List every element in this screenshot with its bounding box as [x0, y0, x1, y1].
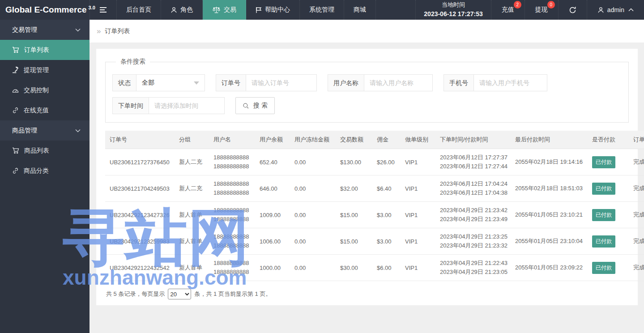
cell-order-status: 完成付款 — [629, 202, 644, 228]
paid-status-badge: 已付款 — [592, 235, 615, 248]
cell-level: VIP1 — [401, 255, 435, 281]
filter-row-1: 状态 全部 订单号 用户名称 手机 — [112, 74, 622, 91]
header-frozen: 用户冻结金额 — [290, 131, 336, 149]
header-balance: 用户余额 — [255, 131, 290, 149]
phone-label: 手机号 — [444, 75, 474, 91]
header-level: 做单级别 — [401, 131, 435, 149]
sidebar-item-withdraw-management[interactable]: 提现管理 — [0, 60, 90, 80]
withdraw-button[interactable]: 提现 0 — [525, 0, 558, 20]
username-filter: 用户名称 — [328, 74, 433, 91]
withdraw-count-badge: 0 — [547, 1, 555, 9]
cell-commission: $26.00 — [372, 149, 401, 175]
chevron-down-icon — [75, 129, 81, 132]
cell-order-no: UB2304292123259983 — [105, 228, 175, 255]
table-row: UB2304292123427326 新人首单 1888888888818888… — [105, 202, 644, 228]
topnav-label: 交易 — [224, 6, 236, 14]
orders-table-wrap: 订单号 分组 用户名 用户余额 用户冻结金额 交易数额 佣金 做单级别 下单时间… — [105, 131, 644, 281]
username-line: 18888888888 — [213, 232, 251, 241]
withdraw-label: 提现 — [535, 6, 548, 14]
sidebar-item-product-category[interactable]: 商品分类 — [0, 161, 90, 181]
cell-is-paid: 已付款 — [588, 175, 629, 202]
link-icon — [12, 107, 19, 114]
time-line: 2023年06月12日 17:04:24 — [440, 179, 506, 188]
sidebar-item-online-recharge[interactable]: 在线充值 — [0, 100, 90, 120]
gauge-icon — [12, 87, 19, 93]
cell-level: VIP1 — [401, 175, 435, 202]
search-button-label: 搜 索 — [253, 102, 268, 110]
local-time: 当地时间 2023-06-12 17:27:53 — [415, 0, 491, 20]
refresh-button[interactable] — [558, 0, 587, 20]
cell-order-pay-time: 2023年06月12日 17:27:372023年06月12日 17:27:44 — [435, 149, 511, 175]
cell-order-no: UB2304292123427326 — [105, 202, 175, 228]
topnav-item-mall[interactable]: 商城 — [344, 0, 376, 20]
cell-last-pay-time: 2055年02月18日 18:51:03 — [511, 175, 588, 202]
user-icon — [597, 7, 604, 13]
search-button[interactable]: 搜 索 — [235, 97, 275, 114]
admin-menu[interactable]: admin — [587, 0, 644, 20]
status-select[interactable]: 全部 — [136, 75, 205, 91]
cell-order-pay-time: 2023年06月12日 17:04:242023年06月12日 17:04:38 — [435, 175, 511, 202]
cell-amount: $30.00 — [336, 255, 372, 281]
order-no-filter: 订单号 — [216, 74, 317, 91]
refresh-icon — [569, 6, 576, 14]
cell-amount: $130.00 — [336, 149, 372, 175]
paid-status-badge: 已付款 — [592, 156, 615, 168]
username-line: 18888888888 — [213, 215, 251, 224]
sidebar-group-label: 交易管理 — [12, 26, 37, 34]
topnav-item-help-center[interactable]: 帮助中心 — [246, 0, 300, 20]
cell-balance: 1009.00 — [255, 202, 290, 228]
sidebar-group-trade-management[interactable]: 交易管理 — [0, 20, 90, 40]
cell-group: 新人首单 — [175, 228, 209, 255]
table-row: UB2306121704249503 新人二充 1888888888818888… — [105, 175, 644, 202]
cell-group: 新人二充 — [175, 175, 209, 202]
header-username: 用户名 — [209, 131, 255, 149]
cell-last-pay-time: 2055年02月18日 19:14:16 — [511, 149, 588, 175]
order-time-input[interactable] — [149, 98, 224, 114]
pagination-suffix: 条，共 1 页当前显示第 1 页。 — [194, 290, 271, 298]
cell-balance: 646.00 — [255, 175, 290, 202]
username-input[interactable] — [364, 75, 432, 91]
username-line: 18888888888 — [213, 188, 251, 197]
header-last-pay-time: 最后付款时间 — [511, 131, 588, 149]
header-is-paid: 是否付款 — [588, 131, 629, 149]
time-line: 2023年06月12日 17:04:38 — [440, 188, 506, 197]
sidebar-item-order-list[interactable]: 订单列表 — [0, 40, 90, 60]
cell-frozen: 0.00 — [290, 228, 336, 255]
flag-icon — [256, 7, 262, 13]
paid-status-badge: 已付款 — [592, 209, 615, 221]
cell-group: 新人二充 — [175, 149, 209, 175]
user-icon — [171, 7, 177, 13]
topnav-item-roles[interactable]: 角色 — [161, 0, 203, 20]
gavel-icon — [12, 67, 19, 73]
topnav-item-home[interactable]: 后台首页 — [117, 0, 161, 20]
local-time-label: 当地时间 — [424, 1, 483, 9]
sidebar-item-product-list[interactable]: 商品列表 — [0, 141, 90, 161]
sidebar-item-trade-control[interactable]: 交易控制 — [0, 80, 90, 100]
topbar-right: 当地时间 2023-06-12 17:27:53 充值 2 提现 0 admin — [415, 0, 644, 20]
cell-balance: 1006.00 — [255, 228, 290, 255]
status-selected-value: 全部 — [142, 79, 154, 87]
phone-input[interactable] — [474, 75, 547, 91]
topnav-item-trade[interactable]: 交易 — [203, 0, 246, 20]
app-version: 3.0 — [89, 5, 95, 10]
recharge-button[interactable]: 充值 2 — [491, 0, 525, 20]
order-no-input[interactable] — [246, 75, 316, 91]
topnav-item-system[interactable]: 系统管理 — [300, 0, 344, 20]
search-fieldset: 条件搜索 状态 全部 订单号 用户名称 — [105, 58, 629, 123]
username-line: 18888888888 — [213, 162, 251, 171]
username-label: 用户名称 — [328, 75, 364, 91]
page-size-select[interactable]: 20 — [168, 289, 191, 299]
time-line: 2023年04月29日 21:23:05 — [440, 268, 506, 277]
cell-order-status: 完成付款 — [629, 255, 644, 281]
double-chevron-right-icon: » — [97, 27, 101, 36]
cell-last-pay-time: 2055年01月05日 23:10:04 — [511, 228, 588, 255]
cell-frozen: 0.00 — [290, 149, 336, 175]
sidebar-group-product-management[interactable]: 商品管理 — [0, 120, 90, 141]
status-label: 状态 — [113, 75, 136, 91]
username-line: 18888888888 — [213, 241, 251, 250]
topnav-label: 商城 — [354, 6, 366, 14]
search-legend: 条件搜索 — [116, 58, 150, 66]
header-order-no: 订单号 — [105, 131, 175, 149]
time-line: 2023年04月29日 21:23:42 — [440, 206, 506, 215]
status-filter: 状态 全部 — [112, 74, 205, 91]
